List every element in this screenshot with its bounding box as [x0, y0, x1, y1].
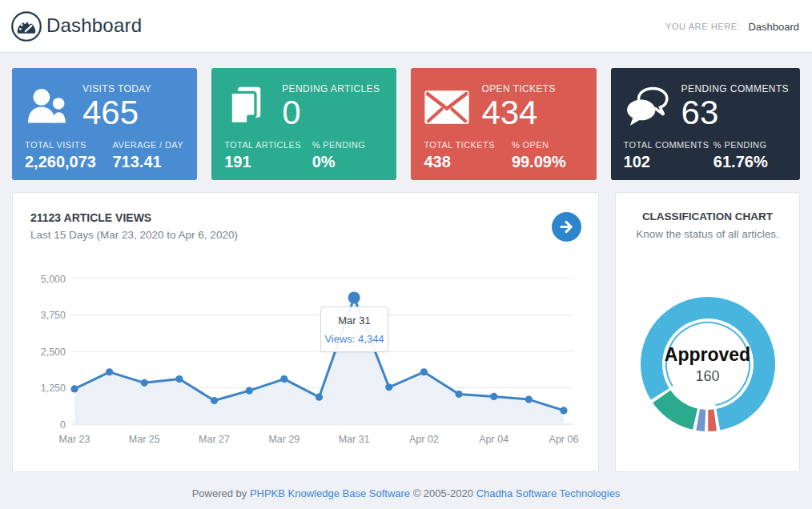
footer-powered-by: Powered by	[192, 487, 250, 499]
header: Dashboard YOU ARE HERE: Dashboard	[0, 0, 812, 53]
users-icon	[25, 84, 71, 130]
svg-text:Mar 29: Mar 29	[268, 434, 299, 445]
card-value: 465	[82, 94, 151, 130]
card-label: OPEN TICKETS	[481, 83, 556, 94]
article-views-subtitle: Last 15 Days (Mar 23, 2020 to Apr 6, 202…	[30, 229, 238, 241]
next-chart-arrow-button[interactable]	[552, 212, 581, 242]
card-stat-value: 713.41	[112, 153, 191, 171]
svg-text:3,750: 3,750	[41, 310, 66, 321]
classification-subtitle: Know the status of all articles.	[616, 228, 799, 240]
arrow-right-icon	[558, 218, 575, 235]
article-views-title: 21123 ARTICLE VIEWS	[30, 211, 151, 224]
card-stat-label: % PENDING	[714, 140, 794, 150]
card-stat-label: TOTAL COMMENTS	[624, 140, 714, 150]
breadcrumb: YOU ARE HERE: Dashboard	[665, 0, 799, 53]
footer: Powered by PHPKB Knowledge Base Software…	[0, 487, 812, 499]
breadcrumb-label: YOU ARE HERE:	[665, 22, 740, 31]
phpkb-link[interactable]: PHPKB Knowledge Base Software	[250, 487, 410, 499]
footer-copyright: © 2005-2020	[410, 487, 476, 499]
svg-text:1,250: 1,250	[41, 383, 66, 394]
articles-icon	[224, 84, 271, 130]
svg-text:Mar 31: Mar 31	[339, 434, 370, 445]
card-value: 63	[681, 94, 789, 130]
page-title: Dashboard	[46, 0, 142, 53]
card-stat-value: 99.09%	[512, 153, 590, 171]
stat-cards-row: VISITS TODAY 465 TOTAL VISITS 2,260,073 …	[12, 68, 800, 180]
classification-donut-chart[interactable]: Approved 160	[633, 290, 782, 439]
svg-text:5,000: 5,000	[41, 274, 66, 285]
card-stat-value: 438	[424, 153, 511, 171]
card-stat-value: 0%	[312, 153, 391, 171]
card-label: PENDING COMMENTS	[681, 83, 789, 94]
visits-today-card[interactable]: VISITS TODAY 465 TOTAL VISITS 2,260,073 …	[12, 68, 197, 180]
card-value: 0	[282, 94, 380, 130]
card-stat-label: % PENDING	[312, 140, 391, 150]
tooltip-views: Views: 4,344	[323, 333, 386, 345]
card-stat-label: % OPEN	[512, 140, 590, 150]
card-label: VISITS TODAY	[82, 83, 151, 94]
card-label: PENDING ARTICLES	[282, 83, 380, 94]
open-tickets-card[interactable]: OPEN TICKETS 434 TOTAL TICKETS 438 % OPE…	[411, 68, 596, 180]
card-stat-value: 61.76%	[714, 153, 794, 171]
envelope-icon	[424, 84, 470, 130]
comments-icon	[624, 84, 670, 130]
pending-comments-card[interactable]: PENDING COMMENTS 63 TOTAL COMMENTS 102 %…	[611, 68, 800, 180]
card-stat-value: 102	[624, 153, 714, 171]
card-stat-value: 191	[224, 153, 312, 171]
dashboard-gauge-icon	[10, 10, 42, 42]
chadha-link[interactable]: Chadha Software Technologies	[476, 487, 621, 499]
svg-text:Apr 06: Apr 06	[549, 434, 579, 445]
svg-text:2,500: 2,500	[41, 347, 66, 358]
svg-text:0: 0	[60, 419, 66, 431]
article-views-line-chart[interactable]: 01,2502,5003,7505,000Mar 23Mar 25Mar 27M…	[13, 263, 584, 463]
tooltip-date: Mar 31	[323, 315, 386, 327]
card-stat-label: AVERAGE / DAY	[112, 140, 191, 150]
svg-text:Mar 27: Mar 27	[199, 434, 230, 445]
chart-tooltip: Mar 31 Views: 4,344	[320, 307, 388, 352]
card-stat-value: 2,260,073	[25, 153, 112, 171]
svg-text:Mar 23: Mar 23	[59, 434, 90, 445]
pending-articles-card[interactable]: PENDING ARTICLES 0 TOTAL ARTICLES 191 % …	[211, 68, 396, 180]
classification-title: CLASSIFICATION CHART	[616, 210, 799, 222]
breadcrumb-current[interactable]: Dashboard	[748, 21, 799, 33]
svg-text:Apr 02: Apr 02	[409, 434, 439, 445]
svg-text:Mar 25: Mar 25	[129, 434, 160, 445]
card-stat-label: TOTAL ARTICLES	[224, 140, 312, 150]
classification-panel: CLASSIFICATION CHART Know the status of …	[615, 192, 800, 472]
svg-text:Apr 04: Apr 04	[479, 434, 509, 445]
card-value: 434	[481, 94, 556, 130]
card-stat-label: TOTAL TICKETS	[424, 140, 511, 150]
article-views-panel: 21123 ARTICLE VIEWS Last 15 Days (Mar 23…	[12, 192, 599, 472]
card-stat-label: TOTAL VISITS	[25, 140, 112, 150]
